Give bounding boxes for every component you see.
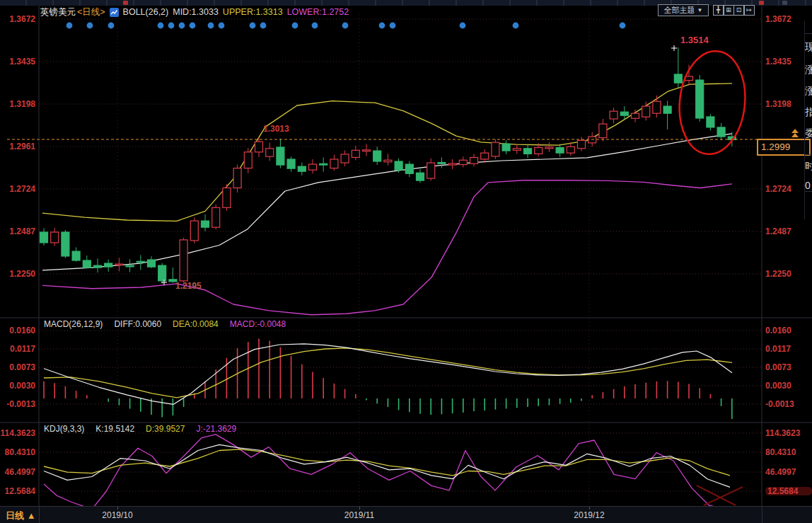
axis-label: 46.4997 [765,468,808,476]
kdj-j-value: J:-21.3629 [196,424,236,434]
axis-label: 114.3623 [0,429,35,437]
axis-label: 0.0117 [0,345,35,353]
macd-header: MACD(26,12,9) DIFF:0.0060 DEA:0.0084 MAC… [44,319,286,329]
period-selector-button[interactable]: 日线 ▲ [6,510,36,522]
svg-text:1.3013: 1.3013 [263,124,289,134]
axis-label: 0.0160 [765,326,808,335]
axis-label: 1.3672 [765,15,808,23]
svg-text:1.3514: 1.3514 [680,35,709,45]
axis-label: 1.3435 [0,57,35,66]
axis-label: 1.2724 [0,185,35,193]
axis-label: 0.0030 [0,381,35,390]
crosshair-move-icon[interactable]: ╋ [713,5,724,16]
axis-label: 0.0030 [765,381,808,390]
axis-label: 1.2250 [765,270,808,278]
kdj-indicator-label[interactable]: KDJ(9,3,3) [44,424,84,434]
axis-label: 0.0117 [765,345,808,353]
axis-label: 12.5684 [765,487,812,495]
right-panel-clipped-char: 涨 [805,64,812,76]
x-axis-scale-icon[interactable]: ⊞ [724,5,734,16]
axis-label: 1.2487 [0,227,35,236]
macd-dea-value: DEA:0.0084 [173,319,219,329]
clipped-quote-panel: 现涨涨指委时0 [804,21,812,219]
divider [39,507,40,523]
axis-label: 0.0160 [0,326,35,335]
kdj-d-value: D:39.9527 [146,424,185,434]
axis-label: -0.0013 [0,400,35,408]
axis-label: 114.3623 [765,429,808,437]
current-price-badge: 1.2999 [757,139,811,156]
macd-indicator-label[interactable]: MACD(26,12,9) [44,319,103,329]
axis-label: 1.3198 [0,100,35,108]
theme-selector-button[interactable]: 全部主题▼ [658,4,709,16]
axis-label: 0.0073 [0,363,35,372]
chart-app-window: 1.35141.30131.2195 英镑美元<日线> BOLL(26,2) M… [0,0,812,523]
kdj-header: KDJ(9,3,3) K:19.5142 D:39.9527 J:-21.362… [44,424,236,434]
divider [805,33,812,34]
axis-label: 1.3198 [765,100,808,108]
chart-type-icon[interactable] [110,8,119,17]
right-panel-clipped-char: 0 [805,180,812,191]
axis-tick [117,507,118,510]
axis-label: 0.0073 [765,363,808,372]
right-panel-clipped-char: 涨 [805,85,812,98]
price-up-arrow-icon [791,133,799,137]
boll-mid-value: MID:1.3033 [173,7,219,17]
right-panel-clipped-char: 指 [805,106,812,119]
collapse-panel-icon[interactable]: ↦ [744,5,755,16]
month-label: 2019/10 [96,510,139,520]
right-panel-clipped-char: 委 [805,127,812,140]
axis-tick [589,507,590,510]
boll-lower-value: LOWER:1.2752 [287,7,349,17]
axis-label: 1.2724 [765,185,808,193]
right-panel-clipped-char: 时 [805,160,812,173]
svg-text:1.2195: 1.2195 [175,281,202,291]
month-label: 2019/11 [338,510,381,520]
period-tag[interactable]: <日线> [77,6,105,18]
caret-up-icon: ▲ [27,510,36,521]
axis-label: 12.5684 [0,487,35,495]
theme-selector-label: 全部主题 [664,5,695,16]
time-axis-bar: 日线 ▲ 2019/102019/112019/12 [0,506,812,523]
macd-value: MACD:-0.0048 [230,319,286,329]
chart-header: 英镑美元<日线> BOLL(26,2) MID:1.3033 UPPER:1.3… [40,6,349,18]
divider [762,507,762,523]
axis-label: -0.0013 [765,400,808,408]
month-label: 2019/12 [568,510,610,520]
right-panel-clipped-char: 现 [805,41,812,54]
macd-diff-value: DIFF:0.0060 [114,319,161,329]
axis-label: 1.2487 [765,227,808,236]
axis-label: 1.2961 [0,142,35,151]
kdj-k-value: K:19.5142 [95,424,134,434]
axis-label: 80.4310 [765,448,808,456]
axis-label: 1.3672 [0,15,35,23]
y-axis-scale-icon[interactable]: ⊡ [733,5,744,16]
divider [805,154,812,155]
axis-label: 1.2250 [0,270,35,278]
axis-tick [359,507,360,510]
divider [805,191,812,192]
symbol-name[interactable]: 英镑美元 [40,6,76,18]
axis-label: 80.4310 [0,448,35,456]
main-chart-canvas[interactable]: 1.35141.30131.2195 [0,0,812,523]
boll-indicator-label[interactable]: BOLL(26,2) [123,7,169,17]
axis-label: 1.3435 [765,57,808,66]
boll-upper-value: UPPER:1.3313 [223,7,283,17]
chevron-down-icon: ▼ [697,7,703,13]
axis-label: 46.4997 [0,468,35,476]
